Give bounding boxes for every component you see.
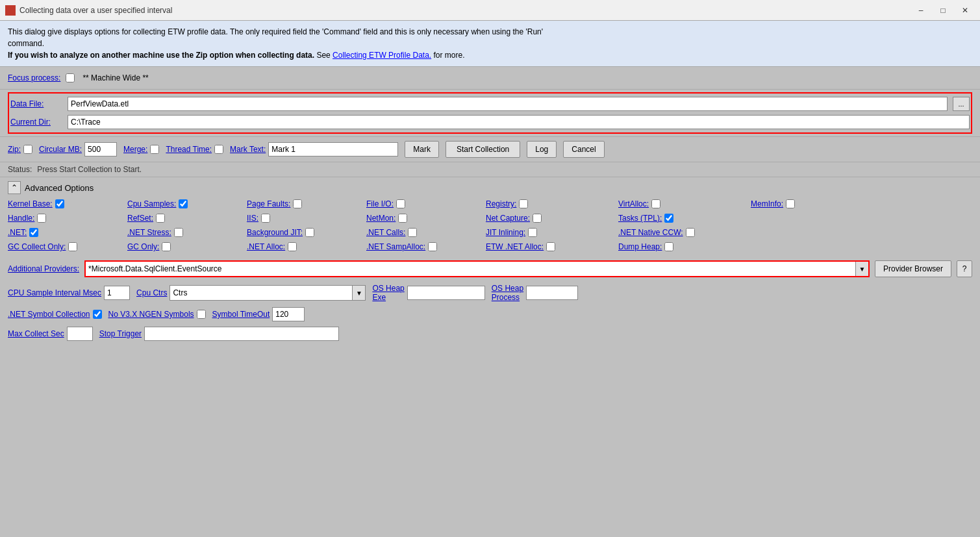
background-jit-label[interactable]: Background JIT: (247, 228, 303, 237)
cpu-ctrs-input[interactable] (170, 286, 352, 300)
dump-heap-label[interactable]: Dump Heap: (618, 242, 662, 251)
dotnet-label[interactable]: .NET: (8, 228, 27, 237)
merge-label[interactable]: Merge: (123, 145, 147, 154)
page-faults-label[interactable]: Page Faults: (247, 199, 290, 208)
dotnet-stress-checkbox[interactable] (174, 228, 183, 237)
circular-mb-label[interactable]: Circular MB: (39, 145, 82, 154)
thread-time-label[interactable]: Thread Time: (166, 145, 212, 154)
netmon-checkbox[interactable] (398, 214, 407, 223)
controls-row: Zip: Circular MB: Merge: Thread Time: Ma… (0, 137, 980, 162)
cpu-interval-label[interactable]: CPU Sample Interval Msec (8, 288, 101, 297)
providers-input[interactable] (86, 262, 855, 276)
dotnet-sampalloc-checkbox[interactable] (428, 242, 437, 251)
focus-process-input[interactable] (80, 71, 972, 85)
dotnet-sampalloc-label[interactable]: .NET SampAlloc: (366, 242, 425, 251)
no-v3x-label[interactable]: No V3.X NGEN Symbols (108, 310, 194, 319)
dotnet-checkbox[interactable] (29, 228, 38, 237)
virtalloc-checkbox[interactable] (651, 199, 660, 208)
cpu-samples-checkbox[interactable] (179, 199, 188, 208)
iis-checkbox[interactable] (261, 214, 270, 223)
cancel-button[interactable]: Cancel (563, 141, 604, 158)
dotnet-native-ccw-label[interactable]: .NET Native CCW: (618, 228, 683, 237)
meminfo-label[interactable]: MemInfo: (751, 199, 783, 208)
log-button[interactable]: Log (527, 141, 557, 158)
handle-label[interactable]: Handle: (8, 214, 34, 223)
collapse-button[interactable]: ⌃ (8, 181, 21, 194)
jit-inlining-checkbox[interactable] (528, 228, 537, 237)
start-collection-button[interactable]: Start Collection (446, 141, 520, 158)
cpu-ctrs-dropdown-button[interactable]: ▼ (352, 286, 365, 300)
netmon-label[interactable]: NetMon: (366, 214, 396, 223)
dotnet-calls-label[interactable]: .NET Calls: (366, 228, 405, 237)
iis-label[interactable]: IIS: (247, 214, 258, 223)
etw-link[interactable]: Collecting ETW Profile Data. (333, 51, 431, 60)
background-jit-checkbox[interactable] (305, 228, 314, 237)
current-dir-label[interactable]: Current Dir: (10, 118, 62, 127)
zip-label[interactable]: Zip: (8, 145, 21, 154)
thread-time-checkbox[interactable] (214, 145, 223, 154)
data-file-browse-button[interactable]: ... (953, 97, 970, 111)
dotnet-symbol-label[interactable]: .NET Symbol Collection (8, 310, 90, 319)
os-heap-process-input[interactable] (526, 286, 578, 300)
no-v3x-checkbox[interactable] (197, 310, 206, 319)
registry-checkbox[interactable] (519, 199, 528, 208)
tasks-tpl-label[interactable]: Tasks (TPL): (618, 214, 662, 223)
circular-mb-input[interactable] (84, 142, 117, 156)
kernel-base-label[interactable]: Kernel Base: (8, 199, 53, 208)
cpu-interval-input[interactable] (104, 286, 130, 300)
os-heap-exe-input[interactable] (407, 286, 485, 300)
gc-only-checkbox[interactable] (162, 242, 171, 251)
stop-trigger-label[interactable]: Stop Trigger (99, 329, 142, 338)
minimize-button[interactable]: – (911, 4, 931, 17)
max-collect-input[interactable] (67, 327, 93, 341)
etw-dotnet-alloc-checkbox[interactable] (546, 242, 555, 251)
max-collect-label[interactable]: Max Collect Sec (8, 329, 64, 338)
registry-label[interactable]: Registry: (486, 199, 516, 208)
jit-inlining-label[interactable]: JIT Inlining: (486, 228, 525, 237)
handle-checkbox[interactable] (37, 214, 46, 223)
mark-text-label[interactable]: Mark Text: (230, 145, 266, 154)
focus-process-label[interactable]: Focus process: (8, 73, 60, 82)
dotnet-stress-label[interactable]: .NET Stress: (127, 228, 171, 237)
gc-collect-only-checkbox[interactable] (68, 242, 77, 251)
meminfo-checkbox[interactable] (786, 199, 795, 208)
dotnet-alloc-label[interactable]: .NET Alloc: (247, 242, 285, 251)
mark-text-input[interactable] (268, 142, 398, 156)
zip-checkbox[interactable] (23, 145, 32, 154)
symbol-timeout-label[interactable]: Symbol TimeOut (212, 310, 270, 319)
file-io-label[interactable]: File I/O: (366, 199, 394, 208)
symbol-timeout-input[interactable] (272, 307, 305, 321)
gc-collect-only-label[interactable]: GC Collect Only: (8, 242, 66, 251)
data-file-label[interactable]: Data File: (10, 99, 62, 108)
net-capture-label[interactable]: Net Capture: (486, 214, 530, 223)
dump-heap-checkbox[interactable] (664, 242, 673, 251)
file-io-checkbox[interactable] (396, 199, 405, 208)
cpu-ctrs-label[interactable]: Cpu Ctrs (136, 288, 167, 297)
dotnet-native-ccw-checkbox[interactable] (686, 228, 695, 237)
dotnet-symbol-checkbox[interactable] (93, 310, 102, 319)
gc-only-label[interactable]: GC Only: (127, 242, 159, 251)
virtalloc-label[interactable]: VirtAlloc: (618, 199, 649, 208)
merge-checkbox[interactable] (150, 145, 159, 154)
dotnet-alloc-checkbox[interactable] (288, 242, 297, 251)
tasks-tpl-checkbox[interactable] (664, 214, 673, 223)
stop-trigger-input[interactable] (144, 327, 339, 341)
etw-dotnet-alloc-label[interactable]: ETW .NET Alloc: (486, 242, 544, 251)
page-faults-checkbox[interactable] (293, 199, 302, 208)
maximize-button[interactable]: □ (933, 4, 953, 17)
refset-checkbox[interactable] (156, 214, 165, 223)
providers-help-button[interactable]: ? (957, 260, 972, 277)
mark-button[interactable]: Mark (405, 141, 439, 158)
provider-browser-button[interactable]: Provider Browser (875, 260, 951, 277)
current-dir-input[interactable] (68, 115, 970, 129)
net-capture-checkbox[interactable] (533, 214, 542, 223)
cpu-samples-label[interactable]: Cpu Samples: (127, 199, 176, 208)
data-file-input[interactable] (68, 97, 948, 111)
refset-label[interactable]: RefSet: (127, 214, 153, 223)
dotnet-calls-checkbox[interactable] (408, 228, 417, 237)
close-button[interactable]: ✕ (955, 4, 975, 17)
providers-dropdown-button[interactable]: ▼ (855, 262, 868, 276)
kernel-base-checkbox[interactable] (55, 199, 64, 208)
additional-providers-label[interactable]: Additional Providers: (8, 264, 79, 273)
focus-process-checkbox[interactable] (66, 73, 75, 82)
